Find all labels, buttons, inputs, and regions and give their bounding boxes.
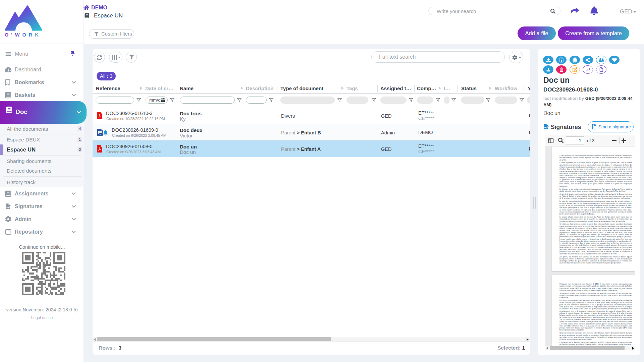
svg-text:w: w xyxy=(99,133,101,135)
svg-text:O'WORK: O'WORK xyxy=(5,32,41,37)
